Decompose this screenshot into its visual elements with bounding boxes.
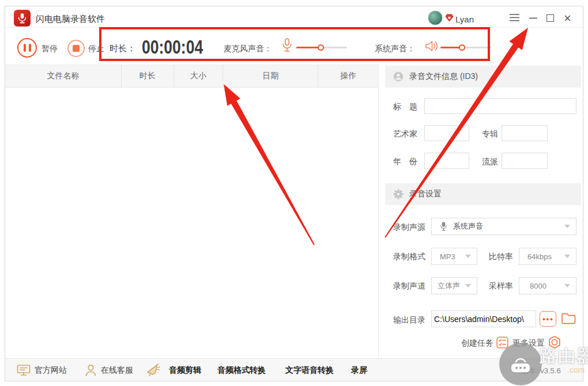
channel-label: 录制声道	[393, 281, 425, 292]
chevron-down-icon	[564, 255, 570, 258]
pause-icon	[24, 44, 26, 52]
artist-field[interactable]	[424, 125, 469, 141]
create-task-button[interactable]: 创建任务	[461, 338, 493, 349]
samplerate-dropdown[interactable]: 8000	[519, 277, 576, 294]
panel-divider	[378, 65, 379, 358]
samplerate-value: 8000	[530, 282, 546, 290]
file-list-area[interactable]	[5, 88, 378, 358]
bitrate-label: 比特率	[489, 252, 513, 262]
channel-value: 立体声	[438, 281, 460, 291]
watermark-text: 路由器	[540, 345, 588, 368]
pause-label[interactable]: 暂停	[42, 44, 58, 54]
horn-icon[interactable]	[146, 359, 160, 381]
format-convert-link[interactable]: 音频格式转换	[217, 359, 266, 381]
format-dropdown[interactable]: MP3	[431, 248, 477, 265]
minimize-icon[interactable]	[529, 17, 537, 19]
title-field[interactable]	[424, 98, 576, 114]
col-filename[interactable]: 文件名称	[5, 65, 121, 87]
person-icon	[85, 364, 97, 376]
screen-record-link[interactable]: 录屏	[351, 359, 367, 381]
monitor-icon	[17, 364, 31, 376]
format-value: MP3	[440, 252, 455, 261]
chevron-down-icon	[564, 225, 570, 228]
genre-field[interactable]	[502, 153, 548, 169]
title-label: 标 题	[393, 102, 417, 112]
watermark-suffix: .com	[567, 365, 585, 374]
settings-section-header: 录音设置	[385, 183, 581, 205]
app-logo-icon	[14, 10, 31, 27]
footer-bar: 官方网站 在线客服 音频剪辑 音频格式转换 文字语音转换 录屏 版本: v3.5…	[5, 358, 583, 381]
username[interactable]: Lyan	[455, 14, 474, 24]
annotation-rectangle	[99, 27, 490, 61]
id3-section-header: 录音文件信息 (ID3)	[385, 66, 581, 88]
col-size[interactable]: 大小	[174, 65, 223, 87]
album-field[interactable]	[502, 125, 548, 141]
ellipsis-icon: ●●●	[542, 316, 553, 322]
menu-icon[interactable]	[510, 14, 519, 21]
channel-dropdown[interactable]: 立体声	[431, 277, 477, 294]
pause-button[interactable]	[17, 38, 37, 58]
app-title: 闪电电脑录音软件	[36, 14, 105, 25]
task-list-icon[interactable]	[496, 336, 508, 349]
settings-header-label: 录音设置	[409, 189, 442, 199]
vip-gem-icon	[445, 14, 454, 22]
source-dropdown[interactable]: 系统声音	[431, 218, 576, 235]
output-dir-label: 输出目录	[393, 315, 425, 326]
col-actions[interactable]: 操作	[318, 65, 378, 87]
tts-link[interactable]: 文字语音转换	[285, 359, 334, 381]
chevron-down-icon	[465, 255, 471, 258]
col-date[interactable]: 日期	[223, 65, 318, 87]
year-field[interactable]	[424, 153, 469, 169]
year-label: 年 份	[393, 157, 417, 167]
col-duration[interactable]: 时长	[121, 65, 174, 87]
output-dir-field[interactable]	[431, 311, 536, 327]
artist-label: 艺术家	[393, 129, 417, 139]
bitrate-value: 64kbps	[527, 252, 552, 261]
watermark-router-icon	[499, 343, 542, 385]
browse-button[interactable]: ●●●	[540, 311, 556, 327]
mic-small-icon	[440, 222, 447, 232]
official-site-link[interactable]: 官方网站	[17, 359, 67, 381]
stop-icon	[73, 45, 80, 52]
gear-icon	[393, 189, 404, 199]
format-label: 录制格式	[393, 252, 425, 262]
open-folder-icon[interactable]	[561, 312, 576, 325]
maximize-icon[interactable]	[546, 14, 554, 22]
album-label: 专辑	[482, 129, 498, 139]
bitrate-dropdown[interactable]: 64kbps	[519, 248, 576, 265]
app-window: 闪电电脑录音软件 Lyan × 暂停 停止 时长： 00:00:04 麦克风声音…	[0, 0, 588, 386]
samplerate-label: 采样率	[489, 281, 513, 292]
genre-label: 流派	[482, 157, 498, 167]
person-circle-icon	[393, 71, 404, 82]
close-icon[interactable]: ×	[564, 13, 571, 24]
file-table-header: 文件名称 时长 大小 日期 操作	[5, 65, 378, 88]
chevron-down-icon	[465, 284, 471, 287]
source-value: 系统声音	[453, 221, 483, 232]
online-service-link[interactable]: 在线客服	[85, 359, 133, 381]
stop-button[interactable]	[67, 40, 85, 57]
source-label: 录制声源	[393, 222, 425, 233]
id3-header-label: 录音文件信息 (ID3)	[409, 71, 478, 82]
user-avatar[interactable]	[428, 10, 443, 25]
chevron-down-icon	[564, 284, 570, 287]
audio-edit-link[interactable]: 音频剪辑	[169, 359, 201, 381]
